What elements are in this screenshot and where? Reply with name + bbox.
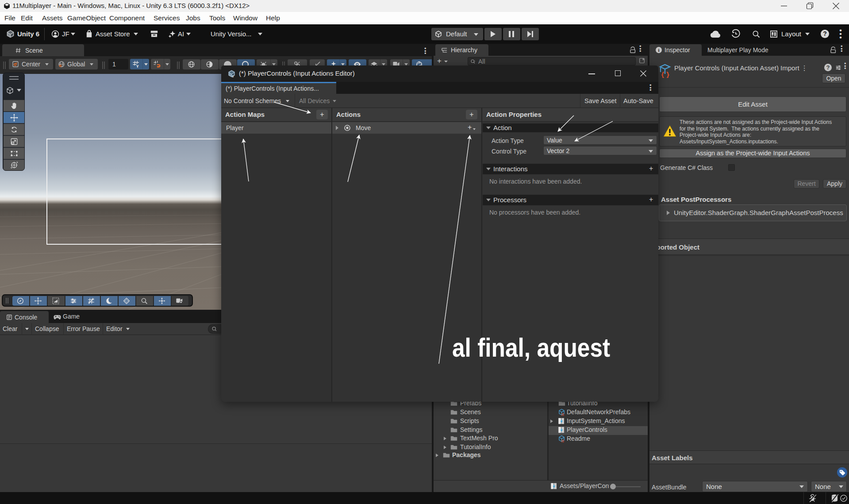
svg-text:{}: {} bbox=[561, 439, 564, 442]
svg-text:{}: {} bbox=[561, 412, 564, 416]
svg-text:Y: Y bbox=[136, 65, 139, 69]
svg-text:6: 6 bbox=[232, 75, 234, 78]
